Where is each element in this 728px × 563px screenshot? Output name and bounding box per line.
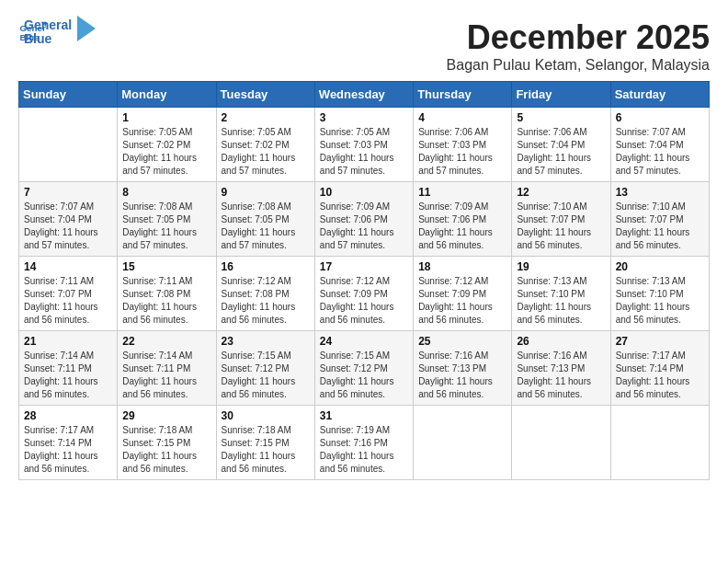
weekday-header-saturday: Saturday (610, 82, 709, 108)
calendar-cell: 16Sunrise: 7:12 AM Sunset: 7:08 PM Dayli… (216, 257, 314, 331)
weekday-header-wednesday: Wednesday (314, 82, 413, 108)
calendar-cell: 11Sunrise: 7:09 AM Sunset: 7:06 PM Dayli… (414, 182, 512, 257)
day-number: 4 (418, 111, 506, 124)
calendar-cell: 18Sunrise: 7:12 AM Sunset: 7:09 PM Dayli… (414, 257, 512, 331)
day-number: 27 (616, 335, 704, 348)
day-info: Sunrise: 7:05 AM Sunset: 7:02 PM Dayligh… (222, 126, 310, 178)
calendar-cell: 6Sunrise: 7:07 AM Sunset: 7:04 PM Daylig… (610, 108, 709, 182)
svg-marker-4 (77, 16, 96, 41)
calendar-cell: 8Sunrise: 7:08 AM Sunset: 7:05 PM Daylig… (118, 182, 216, 257)
day-number: 28 (24, 409, 112, 422)
calendar-cell: 14Sunrise: 7:11 AM Sunset: 7:07 PM Dayli… (19, 257, 118, 331)
calendar-header-row: SundayMondayTuesdayWednesdayThursdayFrid… (19, 82, 710, 108)
day-number: 23 (222, 335, 310, 348)
calendar-cell (610, 406, 709, 480)
calendar-cell: 28Sunrise: 7:17 AM Sunset: 7:14 PM Dayli… (19, 406, 118, 480)
calendar-cell: 30Sunrise: 7:18 AM Sunset: 7:15 PM Dayli… (216, 406, 314, 480)
day-number: 13 (616, 186, 704, 199)
day-number: 6 (616, 111, 704, 124)
calendar-cell: 29Sunrise: 7:18 AM Sunset: 7:15 PM Dayli… (118, 406, 216, 480)
day-number: 19 (517, 260, 605, 273)
calendar-cell: 26Sunrise: 7:16 AM Sunset: 7:13 PM Dayli… (512, 331, 610, 406)
calendar-cell: 19Sunrise: 7:13 AM Sunset: 7:10 PM Dayli… (512, 257, 610, 331)
day-info: Sunrise: 7:10 AM Sunset: 7:07 PM Dayligh… (616, 201, 704, 252)
day-info: Sunrise: 7:13 AM Sunset: 7:10 PM Dayligh… (517, 275, 605, 327)
calendar-cell: 9Sunrise: 7:08 AM Sunset: 7:05 PM Daylig… (216, 182, 314, 257)
calendar-cell: 22Sunrise: 7:14 AM Sunset: 7:11 PM Dayli… (118, 331, 216, 406)
calendar-cell: 25Sunrise: 7:16 AM Sunset: 7:13 PM Dayli… (414, 331, 512, 406)
day-number: 21 (24, 335, 112, 348)
day-number: 9 (222, 186, 310, 199)
day-info: Sunrise: 7:18 AM Sunset: 7:15 PM Dayligh… (222, 424, 310, 476)
day-number: 1 (122, 111, 210, 124)
day-info: Sunrise: 7:13 AM Sunset: 7:10 PM Dayligh… (616, 275, 704, 327)
day-info: Sunrise: 7:16 AM Sunset: 7:13 PM Dayligh… (517, 350, 605, 401)
day-info: Sunrise: 7:17 AM Sunset: 7:14 PM Dayligh… (24, 424, 112, 476)
calendar-cell: 15Sunrise: 7:11 AM Sunset: 7:08 PM Dayli… (118, 257, 216, 331)
day-number: 3 (320, 111, 408, 124)
day-info: Sunrise: 7:11 AM Sunset: 7:07 PM Dayligh… (24, 275, 112, 327)
day-number: 7 (24, 186, 112, 199)
calendar-week-3: 14Sunrise: 7:11 AM Sunset: 7:07 PM Dayli… (19, 257, 710, 331)
calendar-cell: 5Sunrise: 7:06 AM Sunset: 7:04 PM Daylig… (512, 108, 610, 182)
logo-blue: Blue (24, 32, 72, 46)
day-number: 30 (222, 409, 310, 422)
title-area: December 2025 Bagan Pulau Ketam, Selango… (447, 18, 710, 74)
calendar-cell (512, 406, 610, 480)
calendar-week-4: 21Sunrise: 7:14 AM Sunset: 7:11 PM Dayli… (19, 331, 710, 406)
day-number: 8 (122, 186, 210, 199)
day-info: Sunrise: 7:12 AM Sunset: 7:08 PM Dayligh… (222, 275, 310, 327)
day-info: Sunrise: 7:11 AM Sunset: 7:08 PM Dayligh… (122, 275, 210, 327)
day-number: 2 (222, 111, 310, 124)
weekday-header-sunday: Sunday (19, 82, 118, 108)
logo-arrow-icon (77, 16, 96, 41)
calendar-week-1: 1Sunrise: 7:05 AM Sunset: 7:02 PM Daylig… (19, 108, 710, 182)
day-number: 26 (517, 335, 605, 348)
calendar-week-5: 28Sunrise: 7:17 AM Sunset: 7:14 PM Dayli… (19, 406, 710, 480)
day-info: Sunrise: 7:17 AM Sunset: 7:14 PM Dayligh… (616, 350, 704, 401)
calendar-cell: 13Sunrise: 7:10 AM Sunset: 7:07 PM Dayli… (610, 182, 709, 257)
weekday-header-tuesday: Tuesday (216, 82, 314, 108)
day-number: 15 (122, 260, 210, 273)
day-number: 29 (122, 409, 210, 422)
day-info: Sunrise: 7:14 AM Sunset: 7:11 PM Dayligh… (122, 350, 210, 401)
calendar-cell: 27Sunrise: 7:17 AM Sunset: 7:14 PM Dayli… (610, 331, 709, 406)
day-number: 17 (320, 260, 408, 273)
weekday-header-monday: Monday (118, 82, 216, 108)
calendar-week-2: 7Sunrise: 7:07 AM Sunset: 7:04 PM Daylig… (19, 182, 710, 257)
calendar-cell (19, 108, 118, 182)
day-info: Sunrise: 7:07 AM Sunset: 7:04 PM Dayligh… (24, 201, 112, 252)
day-number: 10 (320, 186, 408, 199)
day-number: 12 (517, 186, 605, 199)
day-number: 20 (616, 260, 704, 273)
calendar-cell (414, 406, 512, 480)
calendar-cell: 21Sunrise: 7:14 AM Sunset: 7:11 PM Dayli… (19, 331, 118, 406)
day-info: Sunrise: 7:05 AM Sunset: 7:02 PM Dayligh… (122, 126, 210, 178)
day-info: Sunrise: 7:07 AM Sunset: 7:04 PM Dayligh… (616, 126, 704, 178)
day-info: Sunrise: 7:09 AM Sunset: 7:06 PM Dayligh… (418, 201, 506, 252)
day-info: Sunrise: 7:19 AM Sunset: 7:16 PM Dayligh… (320, 424, 408, 476)
day-info: Sunrise: 7:08 AM Sunset: 7:05 PM Dayligh… (122, 201, 210, 252)
day-info: Sunrise: 7:08 AM Sunset: 7:05 PM Dayligh… (222, 201, 310, 252)
calendar-cell: 1Sunrise: 7:05 AM Sunset: 7:02 PM Daylig… (118, 108, 216, 182)
calendar-cell: 31Sunrise: 7:19 AM Sunset: 7:16 PM Dayli… (314, 406, 413, 480)
calendar-cell: 20Sunrise: 7:13 AM Sunset: 7:10 PM Dayli… (610, 257, 709, 331)
day-info: Sunrise: 7:06 AM Sunset: 7:03 PM Dayligh… (418, 126, 506, 178)
logo-general: General (24, 18, 72, 32)
weekday-header-thursday: Thursday (414, 82, 512, 108)
page-container: General Blue General Blue December 2025 … (18, 18, 710, 480)
day-number: 5 (517, 111, 605, 124)
header: General Blue General Blue December 2025 … (18, 18, 710, 74)
calendar-cell: 3Sunrise: 7:05 AM Sunset: 7:03 PM Daylig… (314, 108, 413, 182)
day-number: 14 (24, 260, 112, 273)
day-info: Sunrise: 7:10 AM Sunset: 7:07 PM Dayligh… (517, 201, 605, 252)
day-number: 24 (320, 335, 408, 348)
day-number: 31 (320, 409, 408, 422)
calendar-cell: 24Sunrise: 7:15 AM Sunset: 7:12 PM Dayli… (314, 331, 413, 406)
subtitle: Bagan Pulau Ketam, Selangor, Malaysia (447, 57, 710, 74)
day-info: Sunrise: 7:05 AM Sunset: 7:03 PM Dayligh… (320, 126, 408, 178)
day-info: Sunrise: 7:18 AM Sunset: 7:15 PM Dayligh… (122, 424, 210, 476)
main-title: December 2025 (447, 18, 710, 57)
calendar-cell: 4Sunrise: 7:06 AM Sunset: 7:03 PM Daylig… (414, 108, 512, 182)
day-info: Sunrise: 7:06 AM Sunset: 7:04 PM Dayligh… (517, 126, 605, 178)
